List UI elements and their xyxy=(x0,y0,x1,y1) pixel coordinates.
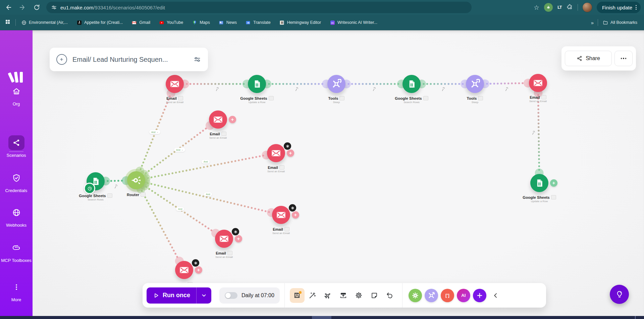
robot-icon xyxy=(546,5,551,10)
schedule-toggle[interactable] xyxy=(225,292,237,299)
sheets-module[interactable]: Google SheetsUpdate a Row xyxy=(232,75,282,104)
bookmark-item[interactable]: Environmental (Air,... xyxy=(21,20,68,25)
connection-wrench-icon[interactable] xyxy=(372,87,376,93)
branch-filter-pill[interactable]: And xyxy=(202,160,210,164)
all-bookmarks-button[interactable]: All Bookmarks xyxy=(603,20,637,25)
bookmark-item[interactable]: Gmail xyxy=(131,20,150,25)
tools-button[interactable] xyxy=(425,289,438,302)
bookmark-item[interactable]: YouTube xyxy=(159,20,183,25)
scenario-more-options-button[interactable] xyxy=(614,51,633,66)
sidebar-item-scenarios[interactable]: Scenarios xyxy=(0,135,33,159)
finish-update-button[interactable]: Finish update xyxy=(597,2,641,13)
profile-avatar[interactable] xyxy=(583,3,592,12)
save-button[interactable] xyxy=(290,288,305,303)
bookmark-item[interactable]: wsWritesonic AI Writer... xyxy=(330,20,377,25)
add-module-handle[interactable]: + xyxy=(550,179,557,187)
bookmark-item[interactable]: Maps xyxy=(192,20,210,25)
sidebar-item-webhooks[interactable]: Webhooks xyxy=(0,205,33,229)
share-button[interactable]: Share xyxy=(565,51,612,66)
align-button[interactable] xyxy=(336,288,351,303)
module-id-badge xyxy=(221,132,226,136)
text-parser-button[interactable]: ['] xyxy=(441,289,454,302)
module-label: Tools xyxy=(311,96,362,100)
email-module[interactable]: +EmailSend an Email xyxy=(193,110,243,139)
note-button[interactable] xyxy=(367,288,382,303)
module-name: Email xyxy=(268,166,278,170)
email-module[interactable]: +EmailSend an Email xyxy=(256,206,306,235)
sidebar-item-more[interactable]: More xyxy=(0,280,33,303)
unsaved-changes-dot xyxy=(299,291,302,294)
collapse-toolbar-button[interactable] xyxy=(492,292,499,299)
apps-grid-icon[interactable] xyxy=(5,19,11,26)
reload-button[interactable] xyxy=(31,2,42,13)
sidebar-item-credentials[interactable]: Credentials xyxy=(0,171,33,194)
bookmark-item[interactable]: Appetite for (Creati... xyxy=(76,20,123,25)
site-controls-icon[interactable] xyxy=(51,4,57,10)
connection-wrench-icon[interactable] xyxy=(294,87,299,93)
make-logo[interactable] xyxy=(0,70,33,85)
connection-wrench-icon[interactable] xyxy=(531,131,536,137)
bookmark-label: Translate xyxy=(253,20,271,25)
schedule-clock-badge[interactable] xyxy=(84,183,95,194)
chrome-menu-icon[interactable] xyxy=(636,5,637,10)
bookmark-item[interactable]: News xyxy=(219,20,237,25)
back-button[interactable] xyxy=(3,2,14,13)
connection-wrench-icon[interactable] xyxy=(441,87,445,93)
add-module-handle[interactable]: + xyxy=(287,149,294,157)
branch-filter-pill[interactable]: And⌄ xyxy=(149,130,160,134)
forward-button[interactable] xyxy=(17,2,28,13)
router-module[interactable]: Router xyxy=(111,171,161,197)
flow-control-button[interactable] xyxy=(409,289,422,302)
scenario-settings-icon[interactable] xyxy=(193,55,201,63)
required-asterisk-badge xyxy=(283,142,292,150)
add-module-handle[interactable]: + xyxy=(229,116,236,123)
help-button[interactable] xyxy=(610,285,629,304)
sheets-module[interactable]: Google SheetsSearch Rows xyxy=(386,75,437,104)
undo-button[interactable] xyxy=(382,288,397,303)
languagetool-extension-icon[interactable]: LT xyxy=(557,5,562,10)
sheets-module[interactable]: +Google SheetsUpdate a Row xyxy=(514,174,565,203)
text-parser-label: ['] xyxy=(445,293,449,298)
connection-wrench-icon[interactable] xyxy=(215,87,219,93)
extension-robot-icon[interactable] xyxy=(544,3,553,12)
add-module-handle[interactable]: + xyxy=(292,211,299,219)
ai-button[interactable]: AI xyxy=(457,289,470,302)
back-to-scenarios-button[interactable] xyxy=(56,54,67,65)
email-module[interactable]: +EmailSend an Email xyxy=(251,144,301,173)
branch-filter-pill[interactable]: And xyxy=(176,207,184,211)
scenario-title[interactable]: Email/ Lead Nurturing Sequen... xyxy=(72,56,193,63)
branch-filter-label: And xyxy=(178,208,182,210)
add-module-handle[interactable]: + xyxy=(195,266,202,274)
wand-button[interactable] xyxy=(305,288,320,303)
sidebar-item-org[interactable]: Org xyxy=(0,84,33,107)
run-once-button[interactable]: Run once xyxy=(147,287,211,304)
scenario-canvas[interactable]: And⌄And⌄AndAndAnd Google SheetsSearch Ro… xyxy=(33,30,644,319)
email-module-icon xyxy=(267,144,285,162)
branch-filter-pill[interactable]: And⌄ xyxy=(174,148,185,152)
run-once-label: Run once xyxy=(163,292,190,299)
email-module[interactable]: EmailSend an Email xyxy=(150,75,200,104)
sidebar-item-mcp-toolboxes[interactable]: MCP Toolboxes xyxy=(0,240,33,264)
plane-button[interactable] xyxy=(321,288,335,303)
bookmark-item[interactable]: HHemingway Editor xyxy=(279,20,321,25)
share-nodes-icon xyxy=(8,135,24,150)
module-id-badge xyxy=(423,96,428,100)
email-module[interactable]: EmailSend an Email xyxy=(513,74,563,103)
add-module-button[interactable] xyxy=(473,289,486,302)
bookmark-star-icon[interactable]: ☆ xyxy=(534,4,539,11)
connection-wrench-icon[interactable] xyxy=(504,87,509,93)
branch-filter-label: And xyxy=(176,149,180,151)
address-bar[interactable]: eu1.make.com/933416/scenarios/4605067/ed… xyxy=(46,2,472,13)
tools-module[interactable]: ToolsSleep xyxy=(450,75,500,104)
branch-filter-pill[interactable]: And xyxy=(204,192,212,196)
bookmarks-overflow-icon[interactable]: » xyxy=(591,20,593,26)
bookmark-item[interactable]: GTranslate xyxy=(246,20,271,25)
gear-button[interactable] xyxy=(352,288,366,303)
run-options-chevron[interactable] xyxy=(197,287,211,304)
bookmark-label: Writesonic AI Writer... xyxy=(337,20,377,25)
finish-update-label: Finish update xyxy=(602,5,632,10)
email-module[interactable]: +EmailSend an Email xyxy=(199,230,249,259)
add-module-handle[interactable]: + xyxy=(235,235,242,242)
extensions-puzzle-icon[interactable] xyxy=(567,4,573,11)
tools-module[interactable]: ToolsSleep xyxy=(311,75,362,104)
